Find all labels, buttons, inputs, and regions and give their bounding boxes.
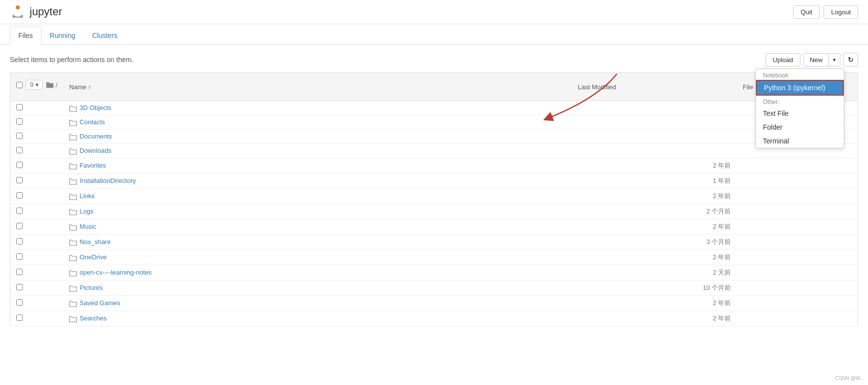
logo-text: jupyter <box>30 5 62 18</box>
row-name-cell: Downloads <box>63 144 572 158</box>
file-link[interactable]: 3D Objects <box>79 104 111 111</box>
upload-button[interactable]: Upload <box>765 53 800 67</box>
table-row: Favorites2 年前 <box>10 158 858 174</box>
logout-button[interactable]: Logout <box>824 5 858 19</box>
file-link[interactable]: Saved Games <box>79 299 120 307</box>
file-link[interactable]: Favorites <box>79 162 106 169</box>
tab-files[interactable]: Files <box>10 26 41 45</box>
folder-icon <box>69 269 79 276</box>
tab-running[interactable]: Running <box>41 26 84 45</box>
new-button-main[interactable]: New <box>804 54 829 66</box>
folder-icon <box>69 177 79 184</box>
row-size <box>737 189 858 204</box>
row-checkbox[interactable] <box>16 162 23 168</box>
table-row: Downloads <box>10 144 858 158</box>
row-checkbox[interactable] <box>16 177 23 183</box>
row-date: 2 年前 <box>572 296 737 311</box>
file-link[interactable]: InstallationDirectory <box>79 177 136 184</box>
row-checkbox[interactable] <box>16 284 23 290</box>
toolbar-right: Upload New ▾ ↻ Notebook: Python 3 (ipyke… <box>765 53 858 67</box>
file-link[interactable]: open-cv----learning-notes <box>79 269 151 276</box>
file-link[interactable]: Searches <box>79 315 107 322</box>
row-name-cell: Documents <box>63 130 572 144</box>
row-date <box>572 130 737 144</box>
row-checkbox[interactable] <box>16 104 23 110</box>
row-checkbox[interactable] <box>16 208 23 214</box>
header-checkbox-cell: 0 ▾ / <box>10 73 64 101</box>
table-row: open-cv----learning-notes2 天前 <box>10 265 858 280</box>
content-area: Select items to perform actions on them.… <box>0 45 868 334</box>
file-link[interactable]: Contacts <box>79 118 105 126</box>
row-checkbox[interactable] <box>16 223 23 229</box>
row-date: 2 天前 <box>572 265 737 280</box>
path-folder[interactable]: / <box>46 81 58 89</box>
folder-icon <box>69 253 79 261</box>
row-date: 3 个月前 <box>572 235 737 250</box>
path-count: 0 ▾ <box>26 80 43 90</box>
row-size <box>737 174 858 189</box>
folder-icon <box>69 299 79 307</box>
count-value: 0 <box>30 81 34 88</box>
row-date: 2 年前 <box>572 189 737 204</box>
row-name-cell: Music <box>63 219 572 235</box>
select-all-checkbox[interactable] <box>16 82 23 88</box>
row-checkbox[interactable] <box>16 315 23 321</box>
text-file-item[interactable]: Text File <box>756 106 844 120</box>
notebook-section-label: Notebook: <box>756 69 844 80</box>
file-link[interactable]: Links <box>79 192 94 200</box>
row-checkbox[interactable] <box>16 253 23 260</box>
table-row: InstallationDirectory1 年前 <box>10 174 858 189</box>
row-size <box>737 250 858 265</box>
folder-icon <box>69 238 79 245</box>
row-name-cell: OneDrive <box>63 250 572 265</box>
folder-icon <box>69 223 79 230</box>
file-link[interactable]: Pictures <box>79 284 103 291</box>
row-date: 2 年前 <box>572 250 737 265</box>
file-link[interactable]: Downloads <box>79 147 111 154</box>
file-link[interactable]: Music <box>79 223 96 230</box>
date-header[interactable]: Last Modified <box>572 73 737 101</box>
folder-icon <box>69 162 79 169</box>
row-name-cell: Saved Games <box>63 296 572 311</box>
folder-icon <box>69 133 79 140</box>
name-header[interactable]: Name ↑ <box>63 73 572 101</box>
row-checkbox[interactable] <box>16 133 23 139</box>
terminal-item[interactable]: Terminal <box>756 134 844 148</box>
folder-item[interactable]: Folder <box>756 120 844 134</box>
other-section-label: Other: <box>756 96 844 106</box>
row-name-cell: Logs <box>63 204 572 219</box>
file-link[interactable]: Nox_share <box>79 238 111 245</box>
refresh-button[interactable]: ↻ <box>843 53 858 67</box>
row-checkbox[interactable] <box>16 238 23 245</box>
table-row: Music2 年前 <box>10 219 858 235</box>
table-row: Links2 年前 <box>10 189 858 204</box>
row-checkbox[interactable] <box>16 299 23 306</box>
tab-clusters[interactable]: Clusters <box>84 26 126 45</box>
row-checkbox[interactable] <box>16 147 23 153</box>
row-name-cell: InstallationDirectory <box>63 174 572 189</box>
folder-icon <box>69 118 79 126</box>
select-text: Select items to perform actions on them. <box>10 56 134 64</box>
row-checkbox[interactable] <box>16 269 23 275</box>
row-date <box>572 115 737 130</box>
file-link[interactable]: Documents <box>79 133 112 140</box>
header: jupyter Quit Logout <box>0 0 868 24</box>
row-checkbox[interactable] <box>16 118 23 125</box>
row-size <box>737 158 858 174</box>
svg-point-1 <box>13 16 15 18</box>
file-link[interactable]: OneDrive <box>79 253 107 261</box>
row-date: 10 个月前 <box>572 280 737 296</box>
folder-icon <box>46 81 54 89</box>
quit-button[interactable]: Quit <box>793 5 820 19</box>
svg-point-0 <box>16 5 20 9</box>
row-checkbox[interactable] <box>16 192 23 199</box>
header-buttons: Quit Logout <box>793 5 858 19</box>
row-name-cell: Links <box>63 189 572 204</box>
file-link[interactable]: Logs <box>79 208 93 215</box>
python3-item[interactable]: Python 3 (ipykernel) <box>756 80 844 96</box>
toolbar: Select items to perform actions on them.… <box>10 53 858 67</box>
table-row: Searches2 年前 <box>10 311 858 326</box>
new-button-caret[interactable]: ▾ <box>829 54 840 66</box>
row-date: 2 年前 <box>572 219 737 235</box>
row-size <box>737 296 858 311</box>
